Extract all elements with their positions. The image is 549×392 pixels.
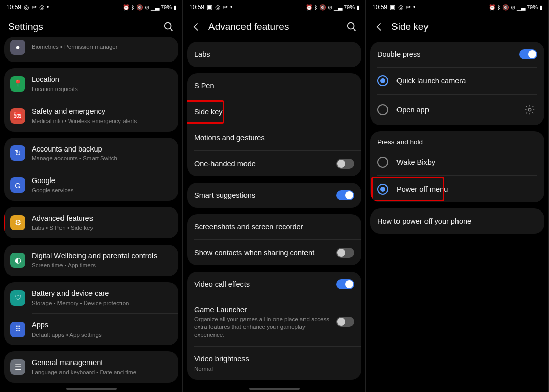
row-title: Double press	[377, 50, 519, 59]
row-title: Smart suggestions	[194, 191, 336, 200]
row-title: Game Launcher	[194, 305, 336, 315]
row-title: Open app	[396, 105, 429, 115]
option-bixby[interactable]: Wake Bixby	[370, 149, 544, 175]
gamelauncher-toggle[interactable]	[336, 317, 354, 327]
howto-row[interactable]: How to power off your phone	[370, 208, 544, 234]
contacts-toggle[interactable]	[336, 248, 354, 258]
radio-camera[interactable]	[377, 75, 388, 86]
row-title: General management	[32, 358, 172, 368]
page-title: Advanced features	[208, 21, 339, 33]
settings-row-google[interactable]: GGoogleGoogle services	[4, 169, 178, 201]
double-press-header[interactable]: Double press	[370, 42, 544, 67]
row-title: Location	[32, 75, 172, 84]
settings-group: ☰General managementLanguage and keyboard…	[4, 351, 178, 383]
gear-icon[interactable]	[522, 102, 537, 117]
accounts-icon: ↻	[10, 145, 25, 161]
settings-row-safety[interactable]: 🆘Safety and emergencyMedical info • Wire…	[4, 100, 178, 132]
status-time: 10:59	[6, 4, 21, 11]
row-title: Screenshots and screen recorder	[194, 222, 354, 232]
videocall-toggle[interactable]	[336, 279, 354, 289]
double-press-toggle[interactable]	[519, 49, 537, 59]
alarm-icon: ⏰	[306, 4, 313, 11]
settings-row-biometrics[interactable]: ●Biometrics • Permission manager	[4, 37, 178, 62]
location-icon: 📍	[10, 76, 25, 92]
alarm-icon: ⏰	[123, 4, 130, 11]
mute-icon: 🔇	[502, 4, 509, 11]
feature-row-spen[interactable]: S Pen	[187, 73, 361, 99]
status-bar: 10:59 ◎ ✂ ◎ • ⏰ ᛒ 🔇 ⊘ ▁▃ 79% ▮	[0, 0, 182, 14]
feature-row-motions[interactable]: Motions and gestures	[187, 125, 361, 150]
row-title: Battery and device care	[32, 289, 172, 298]
back-icon[interactable]	[191, 22, 201, 32]
search-icon[interactable]	[346, 21, 357, 33]
feature-row-screenshots[interactable]: Screenshots and screen recorder	[187, 214, 361, 239]
instagram-icon: ◎	[24, 4, 29, 11]
signal-icon: ▁▃	[151, 4, 159, 11]
row-title: Motions and gestures	[194, 133, 354, 143]
nav-indicator[interactable]	[66, 388, 117, 390]
row-sub: Location requests	[32, 85, 172, 93]
battery-text: 79%	[527, 4, 538, 10]
settings-row-general[interactable]: ☰General managementLanguage and keyboard…	[4, 351, 178, 383]
settings-row-apps[interactable]: ⠿AppsDefault apps • App settings	[4, 314, 178, 345]
wifi-icon: ⊘	[328, 4, 332, 11]
back-icon[interactable]	[374, 22, 384, 32]
instagram-icon: ◎	[398, 4, 403, 11]
row-title: Power off menu	[396, 185, 448, 194]
double-press-section: Double pressQuick launch cameraOpen app	[370, 42, 544, 125]
page-title: Side key	[391, 21, 540, 33]
row-sub: Google services	[32, 187, 172, 194]
feature-row-sidekey[interactable]: Side key	[187, 99, 361, 125]
biometrics-icon: ●	[10, 40, 25, 55]
feature-row-videocall[interactable]: Video call effects	[187, 272, 361, 297]
wifi-icon: ⊘	[511, 4, 515, 11]
option-camera[interactable]: Quick launch camera	[370, 68, 544, 94]
apps-icon: ⠿	[10, 322, 25, 337]
row-title: How to power off your phone	[377, 217, 471, 226]
nav-indicator[interactable]	[249, 388, 300, 390]
feature-row-onehand[interactable]: One-handed mode	[187, 151, 361, 176]
row-title: Wake Bixby	[396, 158, 435, 167]
smart-toggle[interactable]	[336, 190, 354, 200]
settings-row-location[interactable]: 📍LocationLocation requests	[4, 68, 178, 100]
settings-row-advanced[interactable]: ⚙Advanced featuresLabs • S Pen • Side ke…	[4, 207, 178, 238]
option-openapp[interactable]: Open app	[370, 95, 544, 125]
page-title: Settings	[8, 21, 156, 33]
svg-point-0	[165, 23, 171, 29]
option-poweroff[interactable]: Power off menu	[370, 176, 544, 202]
battery-icon: ▮	[539, 4, 542, 11]
general-icon: ☰	[10, 359, 25, 375]
safety-icon: 🆘	[10, 108, 25, 124]
row-title: Accounts and backup	[32, 144, 172, 154]
row-title: S Pen	[194, 81, 354, 91]
scissors-icon: ✂	[406, 4, 411, 11]
settings-row-accounts[interactable]: ↻Accounts and backupManage accounts • Sm…	[4, 138, 178, 169]
row-title: Show contacts when sharing content	[194, 248, 336, 258]
feature-row-labs[interactable]: Labs	[187, 42, 361, 67]
section-label: Press and hold	[370, 131, 544, 149]
howto-section: How to power off your phone	[370, 208, 544, 234]
alarm-icon: ⏰	[489, 4, 496, 11]
radio-openapp[interactable]	[377, 104, 388, 115]
signal-icon: ▁▃	[334, 4, 342, 11]
bluetooth-icon: ᛒ	[497, 4, 501, 10]
onehand-toggle[interactable]	[336, 159, 354, 169]
feature-row-videobright[interactable]: Video brightnessNormal	[187, 347, 361, 380]
battery-icon: ▮	[173, 4, 176, 11]
feature-row-contacts[interactable]: Show contacts when sharing content	[187, 240, 361, 265]
feature-group: Smart suggestions	[187, 183, 361, 208]
settings-row-battery[interactable]: ♡Battery and device careStorage • Memory…	[4, 282, 178, 314]
row-title: One-handed mode	[194, 159, 336, 169]
row-title: Google	[32, 176, 172, 186]
feature-row-smart[interactable]: Smart suggestions	[187, 183, 361, 208]
feature-row-gamelauncher[interactable]: Game LauncherOrganize all your games all…	[187, 297, 361, 346]
status-time: 10:59	[189, 4, 204, 11]
radio-bixby[interactable]	[377, 157, 388, 168]
mute-icon: 🔇	[319, 4, 326, 11]
status-bar: 10:59 ▣ ◎ ✂ • ⏰ ᛒ 🔇 ⊘ ▁▃ 79% ▮	[183, 0, 365, 14]
settings-row-wellbeing[interactable]: ◐Digital Wellbeing and parental controls…	[4, 245, 178, 276]
search-icon[interactable]	[163, 21, 174, 33]
radio-poweroff[interactable]	[377, 184, 388, 195]
bluetooth-icon: ᛒ	[131, 4, 135, 10]
row-title: Quick launch camera	[396, 76, 466, 86]
